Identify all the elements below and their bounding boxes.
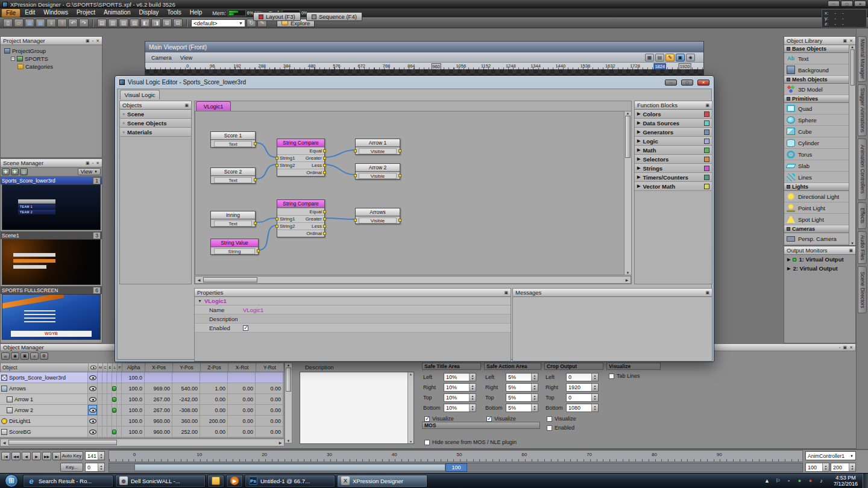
field-spinner[interactable]: 5%▲▼ [506, 393, 538, 402]
property-row-name[interactable]: NameVLogic1 [195, 305, 511, 314]
spinner-arrows-icon[interactable]: ▲▼ [531, 394, 538, 401]
spinner-arrows-icon[interactable]: ▲▼ [591, 394, 598, 401]
float-icon[interactable]: ▫ [839, 345, 840, 349]
dock-tab-material-manager[interactable]: Material Manager [858, 36, 867, 82]
library-section-cameras[interactable]: Cameras [784, 225, 849, 233]
input-pin-icon[interactable] [275, 225, 278, 228]
library-item-quad[interactable]: Quad [784, 103, 849, 114]
menu-animation[interactable]: Animation [99, 8, 134, 17]
scene-item-sports-fullscreen[interactable]: SPORTS FULLSCREEN6WGYB [1, 286, 102, 340]
library-item-lines[interactable]: Lines [784, 172, 849, 183]
input-pin-icon[interactable] [354, 149, 357, 152]
dock-tab-effects[interactable]: Effects [858, 202, 867, 229]
value-cell[interactable]: 1.00 [200, 383, 228, 394]
app-maximize-button[interactable]: ▢ [841, 1, 853, 7]
value-cell[interactable]: 0.00 [228, 416, 256, 427]
visibility-icon[interactable]: ◉ [11, 352, 19, 360]
eye-toggle[interactable] [88, 383, 97, 393]
mini-cell[interactable] [98, 383, 102, 394]
anim-controller-dropdown[interactable]: AnimController1▼ [805, 451, 856, 460]
canvas-hscrollbar[interactable]: ◀▶ [195, 276, 631, 284]
mini-column-header[interactable]: M [98, 363, 103, 372]
library-item-cube[interactable]: Cube [784, 126, 849, 137]
pin-icon[interactable]: ▣ [86, 161, 90, 166]
mini-cell[interactable] [117, 416, 122, 427]
tab-visual-logic[interactable]: Visual Logic [120, 90, 160, 99]
visibility-cell[interactable] [88, 427, 98, 437]
output-pin-icon[interactable] [254, 178, 257, 181]
prev-key-button[interactable]: ◀◀ [11, 452, 20, 460]
expand-arrow-icon[interactable]: ▶ [637, 139, 640, 143]
mini-cell[interactable] [102, 383, 107, 394]
output-pin-icon[interactable] [257, 249, 260, 252]
output-pin-icon[interactable] [323, 157, 326, 160]
library-item-background[interactable]: Background [784, 64, 849, 76]
object-table-header[interactable]: ObjectMCELPAlphaX-PosY-PosZ-PosX-RotY-Ro… [0, 363, 285, 372]
link-icon[interactable]: ∞ [1, 352, 10, 360]
search-icon[interactable]: ◎ [20, 168, 28, 175]
value-cell[interactable]: 0.00 [228, 394, 256, 405]
input-pin-icon[interactable] [275, 157, 278, 160]
value-cell[interactable] [256, 372, 283, 383]
expand-arrow-icon[interactable]: ▶ [787, 257, 790, 262]
pin-icon[interactable]: ▣ [504, 290, 508, 295]
function-block-timers-counters[interactable]: ▶Timers/Counters [635, 173, 712, 182]
float-icon[interactable]: ▫ [92, 39, 93, 43]
value-cell[interactable]: 267.00 [145, 394, 172, 405]
visibility-cell[interactable] [88, 416, 98, 427]
properties-group-row[interactable]: ▼VLogic1 [195, 297, 511, 305]
field-spinner[interactable]: 10%▲▼ [444, 373, 476, 381]
checkbox-tab-lines[interactable]: Tab Lines [609, 372, 658, 380]
value-cell[interactable]: 540.00 [172, 383, 200, 394]
pin-icon[interactable]: ▣ [843, 39, 848, 43]
menu-project[interactable]: Project [72, 8, 99, 17]
prev-frame-button[interactable]: ◀ [22, 452, 31, 460]
output-pin-icon[interactable] [323, 232, 326, 235]
status-green-icon[interactable]: ● [796, 478, 804, 484]
menu-help[interactable]: Help [186, 8, 207, 17]
pin-icon[interactable]: ▣ [705, 103, 709, 108]
app-close-button[interactable]: ✕ [854, 1, 866, 7]
column-header[interactable]: X-Pos [145, 363, 173, 372]
value-cell[interactable]: 0.00 [200, 394, 228, 405]
function-block-math[interactable]: ▶Math [635, 146, 712, 155]
column-header[interactable]: Object [1, 363, 89, 372]
value-cell[interactable]: 0.00 [256, 416, 283, 427]
new-icon[interactable]: ▯ [3, 19, 13, 27]
checkbox[interactable] [609, 374, 614, 379]
key-value-spinner[interactable]: 0▲▼ [85, 463, 105, 472]
column-header[interactable]: Alpha [122, 363, 145, 372]
eye-toggle[interactable] [88, 372, 97, 383]
edit-mode-icon[interactable]: ✎ [665, 54, 675, 61]
expand-arrow-icon[interactable]: ▶ [637, 111, 640, 116]
value-cell[interactable]: 100.0 [122, 372, 145, 383]
library-item-persp-camera[interactable]: Persp. Camera [784, 233, 849, 245]
tree-item-projectgroup[interactable]: ProjectGroup [2, 47, 101, 55]
viewport-titlebar[interactable]: Main Viewport (Front) [145, 42, 703, 52]
mini-cell[interactable] [117, 405, 122, 416]
node-arrows[interactable]: ArrowsVisible [355, 208, 400, 224]
view-dropdown[interactable]: View▼ [78, 168, 101, 175]
field-spinner[interactable]: 5%▲▼ [506, 404, 538, 412]
value-cell[interactable]: 969.00 [145, 383, 172, 394]
object-table-hscrollbar[interactable]: ◀▶ [0, 439, 285, 446]
spinner-arrows-icon[interactable]: ▲▼ [591, 384, 598, 391]
field-spinner[interactable]: 10%▲▼ [444, 404, 476, 412]
redo-icon[interactable]: ↷ [79, 19, 89, 27]
checkbox[interactable] [547, 425, 552, 431]
output-monitor-2-virtual-output[interactable]: ▶2: Virtual Output [784, 264, 855, 273]
column-header[interactable]: Y-Pos [173, 363, 201, 372]
eye-toggle[interactable] [88, 405, 97, 415]
mini-cell[interactable] [107, 416, 112, 427]
collapse-icon[interactable]: ⊟ [173, 19, 183, 27]
spinner-arrows-icon[interactable]: ▲▼ [469, 374, 476, 381]
vle-objects-header[interactable]: Objects▣ [120, 101, 191, 110]
spinner-arrows-icon[interactable]: ▲▼ [531, 404, 538, 411]
column-header[interactable]: Z-Pos [201, 363, 228, 372]
align-right-icon[interactable]: ▧ [119, 19, 128, 27]
pin-icon[interactable]: ▣ [705, 290, 709, 295]
expand-arrow-icon[interactable]: ▶ [637, 120, 640, 125]
menu-file[interactable]: File [1, 8, 20, 17]
volume-icon[interactable]: ♪ [817, 478, 825, 484]
value-cell[interactable]: 100.0 [122, 405, 145, 416]
